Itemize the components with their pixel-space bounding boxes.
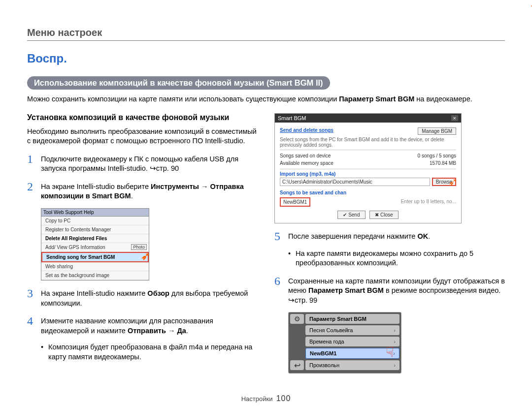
figure-smart-bgm-dialog: Smart BGM × Send and delete songs Manage…	[274, 113, 505, 223]
import-path-field[interactable]: C:\Users\Administrator\Documents\Music	[280, 178, 430, 186]
value: NewBGM1	[283, 199, 307, 205]
list-item[interactable]: Песня Сольвейга›	[305, 325, 399, 335]
step-number: 2	[27, 181, 37, 201]
dialog-desc: Select songs from the PC for Smart BGM a…	[280, 137, 456, 148]
paragraph: Необходимо выполнить преобразование комп…	[27, 127, 258, 146]
step-3: 3 На экране Intelli-studio нажмите Обзор…	[27, 287, 258, 308]
label: Времена года	[309, 339, 344, 344]
tag: Photo	[131, 244, 147, 250]
bullet: • На карте памяти видеокамеры можно сохр…	[288, 249, 505, 268]
text: .	[428, 232, 430, 240]
right-column: Smart BGM × Send and delete songs Manage…	[274, 113, 505, 381]
label: Send	[348, 212, 360, 218]
label: Songs saved on device	[280, 153, 331, 158]
link[interactable]: Send and delete songs	[280, 127, 333, 135]
gear-icon[interactable]: ⚙	[290, 314, 304, 324]
bullet-dot: •	[288, 249, 292, 268]
chevron-right-icon: ›	[394, 327, 396, 333]
manage-bgm-button[interactable]: Manage BGM	[418, 127, 456, 135]
pointer-icon: ➶	[530, 0, 532, 11]
footer-label: Настройки	[241, 395, 273, 403]
text: После завершения передачи нажмите	[288, 232, 417, 240]
intro-text: Можно сохранить композиции на карте памя…	[27, 94, 505, 104]
label: Sending song for Smart BGM	[46, 254, 115, 260]
menu-item[interactable]: Add/ View GPS Information Photo	[41, 243, 149, 252]
song-name-field[interactable]: NewBGM1 ➶	[280, 197, 310, 207]
menu-item[interactable]: Copy to PC	[41, 217, 149, 225]
text: На экране Intelli-studio нажмите	[41, 289, 147, 297]
label: Close	[380, 212, 393, 218]
menu-item[interactable]: Delete All Registered Files	[41, 234, 149, 243]
divider	[27, 40, 505, 41]
dialog-title: Smart BGM	[278, 115, 306, 121]
label: Available memory space	[280, 160, 333, 166]
text: На экране Intelli-studio выберите	[41, 183, 151, 190]
step-body: Измените название композиции для распозн…	[41, 316, 258, 336]
bullet-text: На карте памяти видеокамеры можно сохран…	[296, 249, 505, 268]
pointer-icon: ➶	[141, 250, 150, 263]
label: Add/ View GPS Information	[45, 245, 105, 250]
step-2: 2 На экране Intelli-studio выберите Инст…	[27, 181, 258, 201]
bold: OK	[417, 232, 428, 240]
menu-item-highlighted[interactable]: Sending song for Smart BGM ➶	[41, 252, 149, 262]
label: Произвольн	[309, 362, 339, 368]
list-item[interactable]: Произвольн›	[305, 360, 399, 370]
value: 0 songs / 5 songs	[418, 153, 456, 158]
bold: Отправить	[128, 327, 166, 335]
text: на видеокамере.	[414, 95, 472, 103]
breadcrumb: Меню настроек	[27, 27, 505, 38]
step-number: 3	[27, 287, 37, 308]
send-button[interactable]: ✔ Send	[337, 211, 365, 219]
bold: Параметр Smart BGM	[339, 95, 414, 103]
step-4: 4 Измените название композиции для распо…	[27, 315, 258, 336]
label: Import song (mp3, m4a)	[280, 171, 335, 177]
label: Songs to be saved and chan	[280, 190, 456, 195]
menu-item[interactable]: Web sharing	[41, 262, 149, 271]
bold: Обзор	[147, 289, 169, 297]
menu-list: Copy to PC Register to Contents Manager …	[41, 217, 149, 280]
hand-pointer-icon: ☟	[386, 344, 394, 360]
page-footer: Настройки 100	[27, 394, 505, 403]
menu-item[interactable]: Register to Contents Manager	[41, 225, 149, 234]
bullet: • Композиция будет преобразована в файл …	[41, 343, 258, 362]
value: 1570.84 MB	[430, 160, 456, 166]
close-button[interactable]: ✖ Close	[369, 211, 398, 219]
step-body: На экране Intelli-studio нажмите Обзор д…	[41, 289, 258, 308]
bold: Инструменты	[151, 183, 199, 190]
bullet-text: Композиция будет преобразована в файл m4…	[48, 343, 258, 362]
step-6: 6 Сохраненные на карте памяти композиции…	[274, 275, 505, 306]
chevron-right-icon: ›	[394, 362, 396, 368]
label: Песня Сольвейга	[309, 327, 353, 333]
back-icon[interactable]: ↩	[290, 360, 304, 370]
close-icon[interactable]: ×	[451, 115, 458, 121]
tool-menu: Tool Web Support Help Copy to PC Registe…	[41, 208, 149, 281]
page-number: 100	[276, 394, 291, 403]
left-column: Установка композиций в качестве фоновой …	[27, 113, 258, 381]
dialog-body: Send and delete songs Manage BGM Select …	[275, 123, 461, 223]
bgm-list: ⚙ Параметр Smart BGM Песня Сольвейга› Вр…	[288, 312, 401, 374]
step-number: 5	[274, 230, 284, 242]
menu-item[interactable]: Set as the background image	[41, 271, 149, 280]
dialog-footer: ✔ Send ✖ Close	[280, 211, 456, 219]
label: Browse	[436, 179, 452, 185]
bold: Параметр Smart BGM	[308, 286, 384, 294]
step-body: Сохраненные на карте памяти композиции б…	[288, 277, 505, 306]
bold: Да	[177, 327, 186, 335]
text: →	[166, 327, 177, 335]
bgm-list-header: Параметр Smart BGM	[305, 314, 399, 324]
browse-button[interactable]: Browse ➶	[432, 178, 456, 186]
text: .	[186, 327, 188, 335]
step-5: 5 После завершения передачи нажмите OK.	[274, 230, 505, 242]
dialog-titlebar: Smart BGM ×	[275, 114, 461, 123]
text: Можно сохранить композиции на карте памя…	[27, 95, 339, 103]
step-body: Подключите видеокамеру к ПК с помощью ка…	[41, 155, 258, 174]
list-item-selected[interactable]: NewBGM1› ☟	[305, 348, 399, 359]
subheading: Установка композиций в качестве фоновой …	[27, 113, 258, 122]
step-number: 4	[27, 315, 37, 336]
step-body: На экране Intelli-studio выберите Инстру…	[41, 182, 258, 201]
text: .	[131, 192, 133, 200]
bullet-dot: •	[41, 343, 45, 362]
step-number: 6	[274, 275, 284, 306]
hint: Enter up to 8 letters, no...	[401, 199, 456, 204]
label: NewBGM1	[310, 350, 336, 356]
